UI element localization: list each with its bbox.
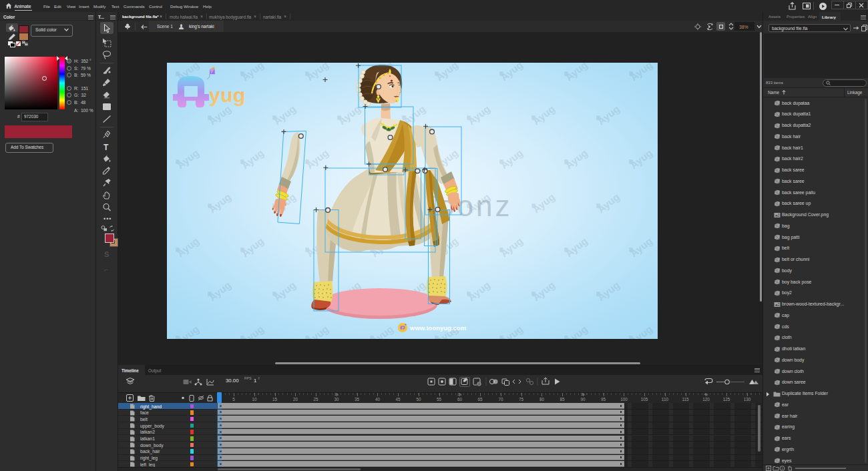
svg-text:yug: yug xyxy=(209,84,246,106)
svg-text:www.toonyug.com: www.toonyug.com xyxy=(409,324,466,332)
